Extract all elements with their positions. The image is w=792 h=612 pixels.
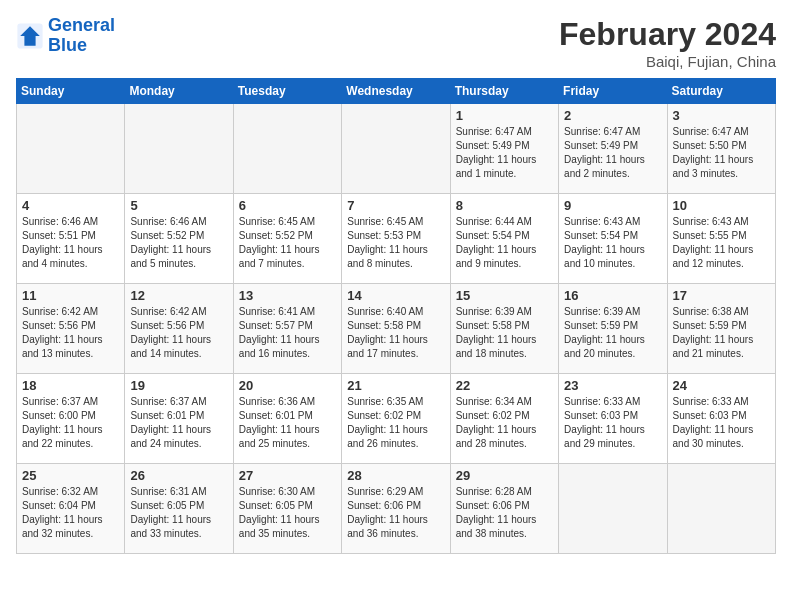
- day-number: 13: [239, 288, 336, 303]
- day-info: Sunrise: 6:31 AMSunset: 6:05 PMDaylight:…: [130, 485, 227, 541]
- logo-icon: [16, 22, 44, 50]
- day-number: 23: [564, 378, 661, 393]
- calendar-cell: 14Sunrise: 6:40 AMSunset: 5:58 PMDayligh…: [342, 284, 450, 374]
- calendar-cell: 20Sunrise: 6:36 AMSunset: 6:01 PMDayligh…: [233, 374, 341, 464]
- calendar-cell: 16Sunrise: 6:39 AMSunset: 5:59 PMDayligh…: [559, 284, 667, 374]
- day-number: 17: [673, 288, 770, 303]
- day-number: 1: [456, 108, 553, 123]
- calendar-cell: 18Sunrise: 6:37 AMSunset: 6:00 PMDayligh…: [17, 374, 125, 464]
- day-number: 10: [673, 198, 770, 213]
- calendar-cell: [667, 464, 775, 554]
- day-number: 25: [22, 468, 119, 483]
- day-number: 18: [22, 378, 119, 393]
- day-number: 16: [564, 288, 661, 303]
- day-info: Sunrise: 6:37 AMSunset: 6:01 PMDaylight:…: [130, 395, 227, 451]
- calendar-cell: [125, 104, 233, 194]
- calendar-cell: 19Sunrise: 6:37 AMSunset: 6:01 PMDayligh…: [125, 374, 233, 464]
- logo: General Blue: [16, 16, 115, 56]
- page-header: General Blue February 2024 Baiqi, Fujian…: [16, 16, 776, 70]
- col-header-friday: Friday: [559, 79, 667, 104]
- calendar-cell: 12Sunrise: 6:42 AMSunset: 5:56 PMDayligh…: [125, 284, 233, 374]
- day-info: Sunrise: 6:47 AMSunset: 5:49 PMDaylight:…: [564, 125, 661, 181]
- calendar-cell: 29Sunrise: 6:28 AMSunset: 6:06 PMDayligh…: [450, 464, 558, 554]
- day-info: Sunrise: 6:40 AMSunset: 5:58 PMDaylight:…: [347, 305, 444, 361]
- calendar-cell: 23Sunrise: 6:33 AMSunset: 6:03 PMDayligh…: [559, 374, 667, 464]
- day-info: Sunrise: 6:44 AMSunset: 5:54 PMDaylight:…: [456, 215, 553, 271]
- col-header-sunday: Sunday: [17, 79, 125, 104]
- day-info: Sunrise: 6:35 AMSunset: 6:02 PMDaylight:…: [347, 395, 444, 451]
- calendar-cell: 15Sunrise: 6:39 AMSunset: 5:58 PMDayligh…: [450, 284, 558, 374]
- day-info: Sunrise: 6:37 AMSunset: 6:00 PMDaylight:…: [22, 395, 119, 451]
- day-number: 9: [564, 198, 661, 213]
- col-header-wednesday: Wednesday: [342, 79, 450, 104]
- day-info: Sunrise: 6:46 AMSunset: 5:52 PMDaylight:…: [130, 215, 227, 271]
- day-info: Sunrise: 6:39 AMSunset: 5:59 PMDaylight:…: [564, 305, 661, 361]
- calendar-cell: 8Sunrise: 6:44 AMSunset: 5:54 PMDaylight…: [450, 194, 558, 284]
- calendar-cell: 24Sunrise: 6:33 AMSunset: 6:03 PMDayligh…: [667, 374, 775, 464]
- day-info: Sunrise: 6:43 AMSunset: 5:55 PMDaylight:…: [673, 215, 770, 271]
- calendar-cell: 22Sunrise: 6:34 AMSunset: 6:02 PMDayligh…: [450, 374, 558, 464]
- calendar-cell: 1Sunrise: 6:47 AMSunset: 5:49 PMDaylight…: [450, 104, 558, 194]
- title-block: February 2024 Baiqi, Fujian, China: [559, 16, 776, 70]
- calendar-table: SundayMondayTuesdayWednesdayThursdayFrid…: [16, 78, 776, 554]
- calendar-cell: 5Sunrise: 6:46 AMSunset: 5:52 PMDaylight…: [125, 194, 233, 284]
- col-header-monday: Monday: [125, 79, 233, 104]
- logo-text: General Blue: [48, 16, 115, 56]
- day-info: Sunrise: 6:45 AMSunset: 5:52 PMDaylight:…: [239, 215, 336, 271]
- month-title: February 2024: [559, 16, 776, 53]
- day-number: 2: [564, 108, 661, 123]
- logo-line2: Blue: [48, 35, 87, 55]
- calendar-cell: 21Sunrise: 6:35 AMSunset: 6:02 PMDayligh…: [342, 374, 450, 464]
- calendar-cell: 17Sunrise: 6:38 AMSunset: 5:59 PMDayligh…: [667, 284, 775, 374]
- day-number: 27: [239, 468, 336, 483]
- day-number: 28: [347, 468, 444, 483]
- calendar-cell: [17, 104, 125, 194]
- day-info: Sunrise: 6:41 AMSunset: 5:57 PMDaylight:…: [239, 305, 336, 361]
- day-number: 19: [130, 378, 227, 393]
- day-info: Sunrise: 6:46 AMSunset: 5:51 PMDaylight:…: [22, 215, 119, 271]
- calendar-cell: 6Sunrise: 6:45 AMSunset: 5:52 PMDaylight…: [233, 194, 341, 284]
- day-number: 11: [22, 288, 119, 303]
- day-info: Sunrise: 6:47 AMSunset: 5:50 PMDaylight:…: [673, 125, 770, 181]
- calendar-cell: 25Sunrise: 6:32 AMSunset: 6:04 PMDayligh…: [17, 464, 125, 554]
- calendar-cell: 13Sunrise: 6:41 AMSunset: 5:57 PMDayligh…: [233, 284, 341, 374]
- day-info: Sunrise: 6:47 AMSunset: 5:49 PMDaylight:…: [456, 125, 553, 181]
- col-header-thursday: Thursday: [450, 79, 558, 104]
- day-info: Sunrise: 6:43 AMSunset: 5:54 PMDaylight:…: [564, 215, 661, 271]
- calendar-cell: 26Sunrise: 6:31 AMSunset: 6:05 PMDayligh…: [125, 464, 233, 554]
- col-header-tuesday: Tuesday: [233, 79, 341, 104]
- day-number: 5: [130, 198, 227, 213]
- day-number: 7: [347, 198, 444, 213]
- calendar-cell: 7Sunrise: 6:45 AMSunset: 5:53 PMDaylight…: [342, 194, 450, 284]
- calendar-cell: [342, 104, 450, 194]
- day-number: 20: [239, 378, 336, 393]
- day-info: Sunrise: 6:36 AMSunset: 6:01 PMDaylight:…: [239, 395, 336, 451]
- day-info: Sunrise: 6:42 AMSunset: 5:56 PMDaylight:…: [130, 305, 227, 361]
- day-number: 22: [456, 378, 553, 393]
- col-header-saturday: Saturday: [667, 79, 775, 104]
- day-number: 8: [456, 198, 553, 213]
- day-number: 24: [673, 378, 770, 393]
- location: Baiqi, Fujian, China: [559, 53, 776, 70]
- day-info: Sunrise: 6:30 AMSunset: 6:05 PMDaylight:…: [239, 485, 336, 541]
- day-number: 14: [347, 288, 444, 303]
- day-info: Sunrise: 6:33 AMSunset: 6:03 PMDaylight:…: [564, 395, 661, 451]
- calendar-cell: 27Sunrise: 6:30 AMSunset: 6:05 PMDayligh…: [233, 464, 341, 554]
- day-number: 29: [456, 468, 553, 483]
- day-number: 6: [239, 198, 336, 213]
- day-number: 12: [130, 288, 227, 303]
- day-number: 4: [22, 198, 119, 213]
- day-info: Sunrise: 6:28 AMSunset: 6:06 PMDaylight:…: [456, 485, 553, 541]
- day-info: Sunrise: 6:32 AMSunset: 6:04 PMDaylight:…: [22, 485, 119, 541]
- day-info: Sunrise: 6:45 AMSunset: 5:53 PMDaylight:…: [347, 215, 444, 271]
- day-number: 21: [347, 378, 444, 393]
- calendar-cell: 11Sunrise: 6:42 AMSunset: 5:56 PMDayligh…: [17, 284, 125, 374]
- logo-line1: General: [48, 15, 115, 35]
- day-info: Sunrise: 6:29 AMSunset: 6:06 PMDaylight:…: [347, 485, 444, 541]
- day-number: 15: [456, 288, 553, 303]
- calendar-cell: 10Sunrise: 6:43 AMSunset: 5:55 PMDayligh…: [667, 194, 775, 284]
- calendar-cell: 28Sunrise: 6:29 AMSunset: 6:06 PMDayligh…: [342, 464, 450, 554]
- calendar-cell: [559, 464, 667, 554]
- day-info: Sunrise: 6:42 AMSunset: 5:56 PMDaylight:…: [22, 305, 119, 361]
- calendar-cell: 2Sunrise: 6:47 AMSunset: 5:49 PMDaylight…: [559, 104, 667, 194]
